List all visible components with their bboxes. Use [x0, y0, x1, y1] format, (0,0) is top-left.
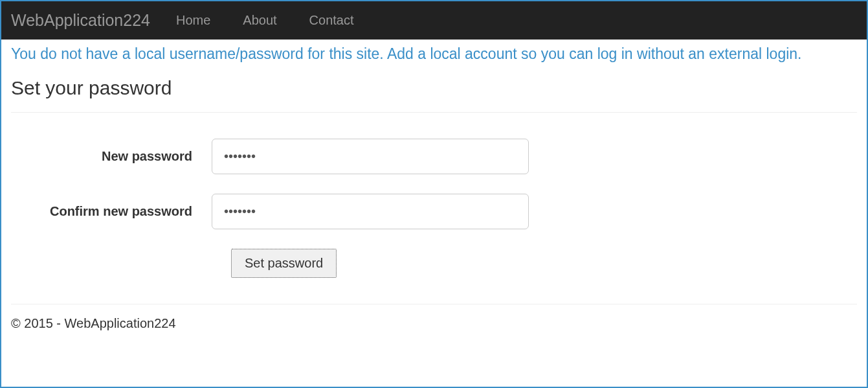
- navbar: WebApplication224 Home About Contact: [1, 1, 867, 40]
- footer-text: © 2015 - WebApplication224: [11, 316, 857, 341]
- form-group-new-password: New password: [11, 139, 857, 174]
- main-container: You do not have a local username/passwor…: [1, 45, 867, 341]
- navbar-brand[interactable]: WebApplication224: [11, 11, 150, 30]
- confirm-password-input[interactable]: [212, 194, 529, 229]
- nav-link-about[interactable]: About: [236, 6, 283, 34]
- new-password-input[interactable]: [212, 139, 529, 174]
- footer-divider: [11, 304, 857, 304]
- info-message: You do not have a local username/passwor…: [11, 45, 857, 64]
- submit-group: Set password: [231, 249, 857, 278]
- nav-link-home[interactable]: Home: [170, 6, 217, 34]
- nav-links: Home About Contact: [170, 13, 380, 28]
- password-form: New password Confirm new password Set pa…: [11, 139, 857, 278]
- set-password-button[interactable]: Set password: [231, 249, 337, 278]
- form-group-confirm-password: Confirm new password: [11, 194, 857, 229]
- confirm-password-label: Confirm new password: [11, 204, 212, 219]
- form-title: Set your password: [11, 77, 857, 99]
- new-password-label: New password: [11, 149, 212, 164]
- nav-link-contact[interactable]: Contact: [303, 6, 361, 34]
- divider: [11, 112, 857, 113]
